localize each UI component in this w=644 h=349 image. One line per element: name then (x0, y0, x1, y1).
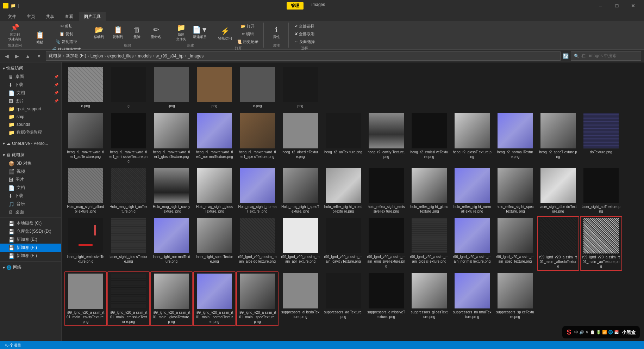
ribbon-btn-selectall[interactable]: ✔ 全部选择 (292, 23, 317, 30)
breadcrumb-legion[interactable]: Legion (90, 54, 103, 59)
file-item-holo-reflex-gloss[interactable]: holo_reflex_sig ht_glossTexture .png (408, 166, 450, 215)
ribbon-btn-move[interactable]: 📂 移动到 (90, 23, 108, 42)
breadcrumb-images[interactable]: _images (188, 54, 204, 59)
sidebar-item-3dobjects[interactable]: 📦 3D 对象 (0, 159, 61, 167)
file-item-partial-2[interactable]: g (107, 65, 150, 110)
ribbon-btn-copyto[interactable]: 📋 复制到 (109, 23, 127, 42)
file-item-holomag-gloss[interactable]: Holo_mag_sigh t_glossTexture. png (193, 166, 236, 215)
file-item-holomag-normal[interactable]: Holo_mag_sigh t_normalTexture .png (236, 166, 279, 215)
file-item-suppressors-spec[interactable]: suppressors_sp ecTexture.png (494, 271, 536, 326)
file-item-r99-rt01-spec[interactable]: r99_lgnd_v20_a ssim_rt01_main _specTextu… (236, 271, 279, 326)
file-item-r99-rt01-ao[interactable]: r99_lgnd_v20_a ssim_rt01_main _aoTexture… (580, 216, 622, 271)
file-item-laser-gloss[interactable]: laser_sight_glos sTexture.png (107, 216, 150, 271)
file-item-suppressors-gloss[interactable]: suppressors_gl ossTexture.png (408, 271, 450, 326)
tab-file[interactable]: 文件 (3, 12, 21, 21)
tab-share[interactable]: 共享 (41, 12, 59, 21)
ribbon-btn-delete[interactable]: 🗑 删除 (128, 23, 146, 42)
ribbon-btn-open[interactable]: 📂 打开 (235, 23, 261, 30)
title-tab-manage[interactable]: 管理 (287, 2, 304, 10)
file-item-partial-5[interactable]: e.png (236, 65, 279, 110)
file-item-suppressors-ao[interactable]: suppressors_ao Texture.png (322, 271, 364, 326)
recent-button[interactable]: ▼ (35, 53, 44, 60)
up-button[interactable]: ▲ (23, 53, 32, 60)
file-item-hcog-r1-ao[interactable]: hcog_r1_rankre ward_tier1_aoTe xture.png (64, 111, 107, 165)
sidebar-item-pictures-pc[interactable]: 🖼 图片 (0, 176, 61, 184)
breadcrumb-drive[interactable]: 新加卷 (F:) (66, 53, 86, 59)
ribbon-btn-newitem[interactable]: 📄▼ 新建项目 (191, 23, 209, 42)
file-item-r99-rt01-cavity[interactable]: r99_lgnd_v20_a ssim_rt01_main _cavityTex… (64, 271, 107, 326)
sidebar-item-sounds[interactable]: 📁 sounds (0, 121, 61, 128)
sidebar-item-rpak[interactable]: 📁 rpak_support (0, 105, 61, 113)
sidebar-item-pictures[interactable]: 🖼 图片 📌 (0, 97, 61, 105)
file-item-suppressors-emissive[interactable]: suppressors_e missiveTexture. png (365, 271, 407, 326)
file-item-hcog-r2-emissive[interactable]: hcog_r2_emissi veTexture.png (408, 111, 450, 165)
sidebar-item-new-e[interactable]: 💾 新加卷 (E:) (0, 235, 61, 244)
sidebar-item-new-f2[interactable]: 💾 新加卷 (F:) (0, 252, 61, 260)
file-item-r99-main-cavity[interactable]: r99_lgnd_v20_a ssim_main_cavit yTexture.… (322, 216, 364, 271)
sidebar-item-videos[interactable]: 🎬 视频 (0, 167, 61, 176)
file-item-laser-ao[interactable]: laser_sight_aoT exture.png (580, 166, 622, 215)
file-item-r99-rt01-normal[interactable]: r99_lgnd_v20_a ssim_rt01_main _normalTex… (193, 271, 236, 326)
file-item-r99-main-albedo[interactable]: r99_lgnd_v20_a ssim_main_albe doTexture.… (236, 216, 279, 271)
breadcrumb-w-r99[interactable]: w_r99_s04_bp (156, 54, 183, 59)
minimize-button[interactable]: – (593, 0, 609, 11)
sidebar-item-dl[interactable]: ⬇ 下载 (0, 192, 61, 200)
ribbon-btn-copypath[interactable]: 📎 复制路径 (50, 38, 83, 45)
back-button[interactable]: ◀ (3, 53, 11, 60)
sidebar-item-warehouse-d[interactable]: 💾 仓库盘3(SSD) (D:) (0, 227, 61, 235)
ribbon-btn-pin[interactable]: 📌 固定到快速访问 (6, 23, 24, 42)
refresh-button[interactable]: 🔄 (563, 53, 569, 59)
file-item-r99-rt01-albedo[interactable]: r99_lgnd_v20_a ssim_rt01_main _albedoTex… (537, 216, 579, 271)
file-item-hcog-r2-normal[interactable]: hcog_r2_norma lTexture.png (494, 111, 536, 165)
file-item-holomag-albedo[interactable]: Holo_mag_sigh t_albedoTexture .png (64, 166, 107, 215)
ribbon-btn-easyaccess[interactable]: ⚡ 轻松访问 (216, 24, 234, 44)
file-item-hcog-r1-emissive[interactable]: hcog_r1_rankre ward_tier1_emi ssiveTextu… (107, 111, 150, 165)
sidebar-header-quickaccess[interactable]: ▾ 快速访问 (0, 64, 61, 73)
file-item-hcog-r1-normal[interactable]: hcog_r1_rankre ward_tier1_nor malTexture… (193, 111, 236, 165)
file-item-holomag-spec[interactable]: Holo_mag_sigh t_specTexture. png (279, 166, 321, 215)
breadcrumb-pc[interactable]: 此电脑 (49, 53, 62, 59)
sidebar-item-docs[interactable]: 📄 文档 (0, 184, 61, 192)
sidebar-item-music[interactable]: 🎵 音乐 (0, 200, 61, 208)
ribbon-btn-newfolder[interactable]: 📁 新建文件夹 (172, 23, 190, 42)
breadcrumb-exported[interactable]: exported_files (107, 54, 134, 59)
sidebar-header-network[interactable]: ▾ 🌐 网络 (0, 263, 61, 272)
file-item-r99-main-normal[interactable]: r99_lgnd_v20_a ssim_main_nor malTexture.… (451, 216, 493, 271)
file-item-holo-reflex-normal[interactable]: holo_reflex_sig ht_normalTextu re.png (451, 166, 493, 215)
close-button[interactable]: ✕ (625, 0, 641, 11)
ribbon-btn-copy[interactable]: 📋 复制 (50, 30, 83, 37)
file-item-partial-3[interactable]: .png (150, 65, 193, 110)
file-item-partial-4[interactable]: png (193, 65, 236, 110)
file-item-hcog-r1-gloss[interactable]: hcog_r1_rankre ward_tier1_glos sTexture.… (150, 111, 193, 165)
file-item-hcog-r2-gloss[interactable]: hcog_r2_glossT exture.png (451, 111, 493, 165)
file-item-suppressors-albedo[interactable]: suppressors_al bedoTexture.pn g (279, 271, 321, 326)
file-item-holo-reflex-spec[interactable]: holo_reflex_sig ht_specTexture. png (494, 166, 536, 215)
tab-picture-tools[interactable]: 图片工具 (79, 12, 106, 21)
sidebar-item-ship[interactable]: 📁 ship (0, 113, 61, 121)
file-item-partial-6[interactable]: png (279, 65, 321, 110)
file-item-laser-emissive[interactable]: laser_sight_emi ssiveTexture.pn g (64, 216, 107, 271)
sidebar-item-new-f[interactable]: 💾 新加卷 (F:) (0, 244, 61, 252)
file-item-hcog-r2-albedo[interactable]: hcog_r2_albed eTexture.png (279, 111, 321, 165)
file-item-hcog-r1-spec[interactable]: hcog_r1_rankre ward_tier1_spe cTexture.p… (236, 111, 279, 165)
sidebar-item-documents[interactable]: 📄 文档 📌 (0, 89, 61, 97)
ribbon-btn-paste[interactable]: 📋 粘贴 (31, 28, 49, 48)
sidebar-item-desktop-pc[interactable]: 🖥 桌面 (0, 208, 61, 216)
file-item-r99-main-ao[interactable]: r99_lgnd_v20_a ssim_main_aoT exture.png (279, 216, 321, 271)
ribbon-btn-invertselection[interactable]: ↔ 反向选择 (292, 38, 317, 45)
file-item-holo-reflex-albedo[interactable]: holo_reflex_sig ht_albedoTextu re.png (322, 166, 364, 215)
sidebar-item-desktop[interactable]: 🖥 桌面 📌 (0, 73, 61, 81)
file-item-laser-spec[interactable]: laser_sight_spe cTexture.png (193, 216, 236, 271)
sidebar-header-onedrive[interactable]: ▾ ☁ OneDrive - Perso... (0, 140, 61, 147)
file-item-holomag-ao[interactable]: Holo_mag_sigh t_aoTexture.pn g (107, 166, 150, 215)
file-item-laser-albedo[interactable]: laser_sight_albe doTexture.png (537, 166, 579, 215)
file-item-partial-last[interactable]: doTexture.png (580, 111, 622, 165)
forward-button[interactable]: ▶ (13, 53, 21, 60)
ribbon-btn-cut[interactable]: ✂ 剪切 (50, 23, 83, 30)
breadcrumb-models[interactable]: models (138, 54, 151, 59)
file-item-hcog-r2-cavity[interactable]: hcog_r2_cavity Texture.png (365, 111, 407, 165)
ribbon-btn-rename[interactable]: ✏ 重命名 (147, 23, 165, 42)
search-box[interactable]: 🔍 在 _images 中搜索 (571, 51, 641, 61)
file-item-r99-main-spec[interactable]: r99_lgnd_v20_a ssim_main_spec Texture.pn… (494, 216, 536, 271)
file-item-r99-main-emissive[interactable]: r99_lgnd_v20_a ssim_main_emis siveTextur… (365, 216, 407, 271)
